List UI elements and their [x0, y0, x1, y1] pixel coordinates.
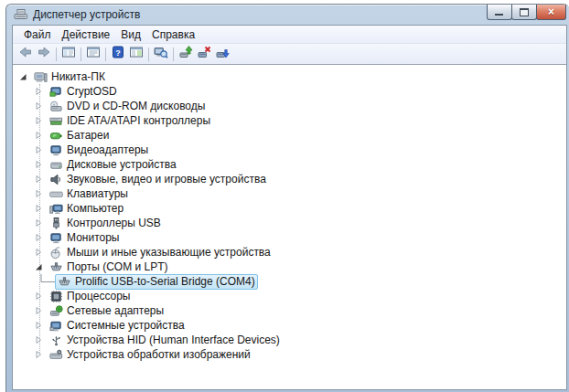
tree-item-monitors[interactable]: Мониторы [18, 230, 566, 245]
expand-arrow-icon[interactable] [34, 232, 47, 243]
expand-arrow-icon[interactable] [34, 203, 47, 214]
expand-arrow-icon[interactable] [34, 115, 47, 126]
expand-arrow-icon[interactable] [34, 349, 47, 360]
show-console-tree-button[interactable] [59, 46, 78, 63]
tree-indent [18, 91, 34, 92]
properties-icon [86, 45, 101, 63]
tree-item-content[interactable]: Порты (COM и LPT) [47, 260, 171, 275]
toolbar-separator [173, 48, 174, 61]
tree-item-content[interactable]: Устройства HID (Human Interface Devices) [47, 333, 283, 348]
tree-item-label: Контроллеры USB [67, 217, 161, 229]
tree-item-content[interactable]: CryptOSD [47, 84, 120, 100]
tree-item-content[interactable]: Видеоадаптеры [47, 143, 151, 158]
forward-button[interactable] [35, 46, 53, 63]
serial-device-icon [49, 260, 63, 274]
tree-item-keyboards[interactable]: Клавиатуры [18, 186, 566, 201]
expand-arrow-icon[interactable] [34, 320, 47, 331]
tree-indent [18, 311, 34, 312]
tree-item-video-adapters[interactable]: Видеоадаптеры [18, 143, 566, 157]
tree-item-network-adapters[interactable]: Сетевые адаптеры [18, 303, 566, 318]
tree-item-cryptosd[interactable]: CryptOSD [18, 84, 566, 99]
properties-button[interactable] [84, 46, 102, 63]
device-manager-window: Диспетчер устройств × ФайлДействиеВидСпр… [5, 4, 569, 392]
forward-icon [37, 45, 51, 63]
expand-arrow-icon[interactable] [34, 174, 47, 185]
serial-device-icon [58, 275, 71, 289]
menu-item-file[interactable]: Файл [18, 27, 57, 42]
back-button[interactable] [16, 46, 35, 63]
tree-item-usb-controllers[interactable]: Контроллеры USB [18, 216, 566, 230]
expand-arrow-icon[interactable] [34, 217, 47, 228]
expand-arrow-icon[interactable] [34, 101, 47, 111]
tree-item-content[interactable]: Мониторы [47, 230, 122, 246]
help-button[interactable]: ? [109, 46, 127, 63]
expand-arrow-icon[interactable] [34, 334, 47, 345]
tree-item-ide-controllers[interactable]: IDE ATA/ATAPI контроллеры [18, 113, 566, 128]
tree-item-imaging-devices[interactable]: Устройства обработки изображений [18, 347, 566, 362]
scan-hardware-changes-button[interactable] [152, 46, 170, 63]
disable-device-button[interactable] [213, 46, 231, 63]
tree-indent [18, 281, 40, 282]
tree-item-label: Порты (COM и LPT) [67, 260, 168, 273]
back-icon [18, 45, 33, 63]
tree-item-label: Мониторы [67, 231, 119, 244]
tree-item-computer[interactable]: Компьютер [18, 201, 566, 216]
tree-item-prolific-com4[interactable]: Prolific USB-to-Serial Bridge (COM4) [18, 274, 566, 289]
menu-item-view[interactable]: Вид [115, 27, 146, 42]
tree-indent [18, 296, 34, 297]
tree-item-content[interactable]: Звуковые, видео и игровые устройства [47, 172, 269, 187]
tree-indent [18, 164, 34, 165]
tree-item-ports[interactable]: Порты (COM и LPT) [18, 260, 566, 274]
menu-bar: ФайлДействиеВидСправка [13, 26, 566, 44]
title-bar[interactable]: Диспетчер устройств [6, 5, 569, 25]
maximize-button[interactable] [511, 5, 537, 20]
tree-item-disk-devices[interactable]: Дисковые устройства [18, 157, 566, 172]
tree-item-content[interactable]: Мыши и иные указывающие устройства [47, 245, 274, 260]
collapse-arrow-icon[interactable] [34, 261, 47, 272]
tree-item-batteries[interactable]: Батареи [18, 128, 566, 143]
tree-item-content[interactable]: Сетевые адаптеры [47, 303, 166, 319]
tree-item-content[interactable]: DVD и CD-ROM дисководы [47, 99, 208, 114]
uninstall-device-button[interactable] [195, 46, 213, 63]
tree-item-content[interactable]: Клавиатуры [47, 186, 131, 202]
desktop-background: Диспетчер устройств × ФайлДействиеВидСпр… [0, 0, 569, 392]
expand-arrow-icon[interactable] [34, 291, 47, 302]
tree-item-processors[interactable]: Процессоры [18, 289, 566, 303]
expand-arrow-icon[interactable] [34, 86, 47, 97]
tree-item-system-devices[interactable]: Системные устройства [18, 318, 566, 333]
minimize-button[interactable] [487, 5, 512, 20]
tree-item-content[interactable]: Батареи [47, 128, 112, 143]
selected-device-row[interactable]: Prolific USB-to-Serial Bridge (COM4) [55, 274, 258, 290]
tree-item-content[interactable]: Никита-ПК [31, 69, 108, 85]
tree-item-nikita-pc[interactable]: Никита-ПК [18, 69, 566, 84]
expand-arrow-icon[interactable] [34, 305, 47, 316]
tree-item-content[interactable]: Дисковые устройства [47, 157, 179, 173]
expand-arrow-icon[interactable] [34, 188, 47, 199]
mouse-device-icon [49, 246, 63, 260]
expand-arrow-icon[interactable] [34, 159, 47, 170]
tree-item-content[interactable]: Компьютер [47, 201, 126, 217]
tree-item-content[interactable]: Системные устройства [47, 318, 188, 334]
keyboard-device-icon [49, 187, 63, 201]
tree-item-sound-devices[interactable]: Звуковые, видео и игровые устройства [18, 172, 566, 186]
expand-arrow-icon[interactable] [34, 130, 47, 141]
collapse-arrow-icon[interactable] [18, 71, 31, 82]
speaker-device-icon [49, 173, 63, 186]
show-action-pane-button[interactable] [127, 46, 145, 63]
tree-item-dvd-cdrom[interactable]: DVD и CD-ROM дисководы [18, 99, 566, 113]
tree-item-hid-devices[interactable]: Устройства HID (Human Interface Devices) [18, 333, 566, 347]
expand-arrow-icon[interactable] [34, 247, 47, 258]
tree-item-content[interactable]: IDE ATA/ATAPI контроллеры [47, 113, 213, 129]
toolbar-separator [105, 48, 106, 61]
tree-item-content[interactable]: Контроллеры USB [47, 216, 164, 231]
menu-item-help[interactable]: Справка [146, 27, 200, 42]
svg-text:?: ? [115, 48, 121, 58]
tree-indent [18, 135, 34, 136]
tree-item-content[interactable]: Устройства обработки изображений [47, 347, 253, 363]
tree-item-mice[interactable]: Мыши и иные указывающие устройства [18, 245, 566, 260]
menu-item-action[interactable]: Действие [57, 27, 116, 42]
tree-item-content[interactable]: Процессоры [47, 289, 134, 304]
close-button[interactable]: × [536, 5, 566, 20]
update-driver-button[interactable] [177, 46, 195, 63]
expand-arrow-icon[interactable] [34, 144, 47, 155]
